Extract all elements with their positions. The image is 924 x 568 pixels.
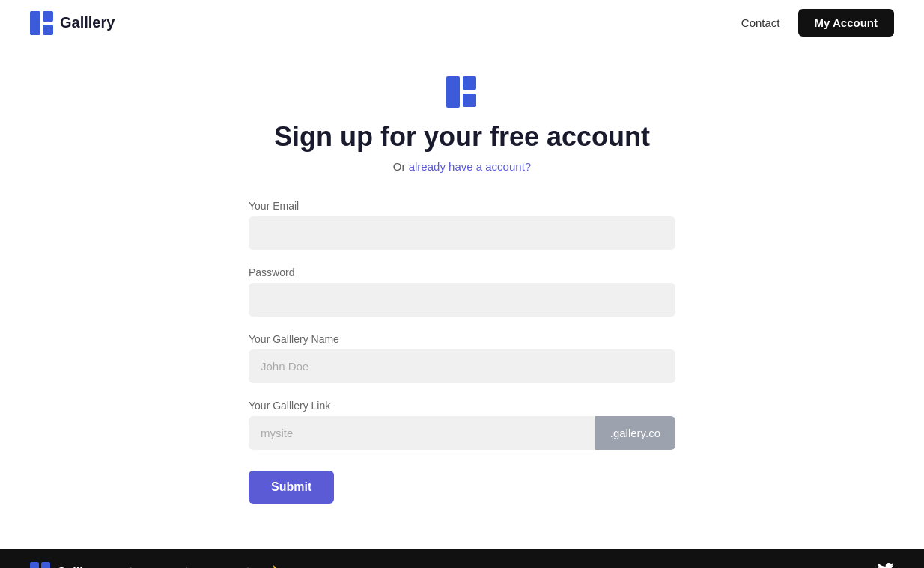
- email-input[interactable]: [249, 216, 675, 250]
- logo-text: Galllery: [60, 14, 115, 31]
- svg-rect-2: [43, 25, 53, 35]
- moon-icon[interactable]: 🌙: [261, 564, 278, 568]
- page-title: Sign up for your free account: [274, 121, 650, 153]
- nav-right: Contact My Account: [741, 9, 894, 37]
- email-label: Your Email: [249, 200, 675, 212]
- svg-rect-6: [30, 562, 39, 568]
- logo-icon: [30, 11, 54, 35]
- footer-right: [878, 563, 894, 569]
- gallery-name-group: Your Galllery Name: [249, 333, 675, 383]
- svg-rect-3: [446, 76, 460, 108]
- gallery-link-input[interactable]: [249, 416, 595, 450]
- main-content: Sign up for your free account Or already…: [0, 46, 924, 549]
- password-input[interactable]: [249, 283, 675, 317]
- footer-logo-icon: [30, 562, 51, 568]
- twitter-icon[interactable]: [878, 566, 894, 569]
- gallery-name-input[interactable]: [249, 349, 675, 383]
- logo[interactable]: Galllery: [30, 11, 115, 35]
- svg-rect-1: [43, 11, 53, 22]
- contact-link[interactable]: Contact: [741, 16, 780, 29]
- footer-left: Galllery.co | Terms | Privacy | 🌙: [30, 562, 278, 568]
- my-account-button[interactable]: My Account: [798, 9, 894, 37]
- gallery-link-label: Your Galllery Link: [249, 400, 675, 412]
- submit-button[interactable]: Submit: [249, 471, 334, 504]
- email-group: Your Email: [249, 200, 675, 250]
- svg-rect-7: [41, 562, 50, 568]
- subtitle-prefix: Or: [393, 160, 409, 173]
- signup-form: Your Email Password Your Galllery Name Y…: [249, 200, 675, 504]
- login-link[interactable]: already have a account?: [409, 160, 531, 173]
- password-group: Password: [249, 266, 675, 317]
- password-label: Password: [249, 266, 675, 278]
- footer: Galllery.co | Terms | Privacy | 🌙: [0, 549, 924, 568]
- footer-logo[interactable]: Galllery.co: [30, 562, 118, 568]
- gallery-link-group: Your Galllery Link .gallery.co: [249, 400, 675, 450]
- center-logo-icon: [446, 76, 478, 108]
- svg-rect-4: [463, 76, 476, 90]
- svg-rect-0: [30, 11, 40, 35]
- gallery-link-wrap: .gallery.co: [249, 416, 675, 450]
- svg-rect-5: [463, 94, 476, 107]
- navbar: Galllery Contact My Account: [0, 0, 924, 46]
- gallery-name-label: Your Galllery Name: [249, 333, 675, 345]
- gallery-link-suffix: .gallery.co: [595, 416, 675, 450]
- subtitle: Or already have a account?: [393, 160, 531, 173]
